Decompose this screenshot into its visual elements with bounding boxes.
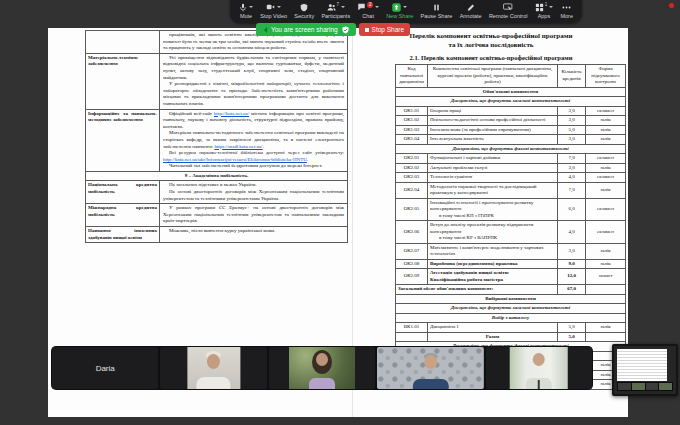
table-cell: 4,0	[558, 173, 586, 183]
table-cell: ОК2.06	[396, 221, 428, 244]
table-cell: ОК2.09	[396, 269, 428, 285]
document-text: Читальний зал забезпечений бездротовим д…	[169, 163, 323, 168]
table-cell: ОК1.04	[396, 135, 428, 145]
table-cell: 4,0	[558, 221, 586, 244]
column-header: Код навчальної дисципліни	[396, 65, 428, 88]
table-row: Загальний обсяг обов'язкових компонент:6…	[396, 285, 626, 295]
apps-icon	[535, 3, 544, 12]
toolbar-apps-button[interactable]: 1Apps	[535, 3, 554, 20]
row-content-cell: Можливе, після вивчення курсу українсько…	[160, 227, 347, 242]
table-cell: Охорона праці	[428, 106, 558, 116]
toolbar-annotate-button[interactable]: Annotate	[460, 3, 482, 20]
table-row: ОК2.02Актуальні проблеми галузі3,0залік	[396, 163, 626, 173]
collapse-banner-icon[interactable]	[261, 27, 267, 33]
participant-tile[interactable]	[160, 347, 266, 389]
document-link[interactable]: http://knta.net.ua/ukr/Informacijni-resu…	[163, 157, 307, 162]
table-row: Дисципліни, що формують загальні компете…	[396, 304, 626, 314]
chevron-down-icon[interactable]	[249, 6, 253, 10]
toolbar-mute-button[interactable]: Mute	[239, 3, 253, 20]
toolbar-participants-button[interactable]: 7Participants	[321, 3, 350, 20]
chevron-down-icon[interactable]	[341, 6, 345, 10]
table-row: Національна кредитна мобільністьНа загал…	[86, 181, 347, 204]
toolbar-remote-control-button[interactable]: Remote Control	[489, 3, 528, 20]
toolbar-stop-video-button[interactable]: Stop Video	[260, 3, 287, 20]
mini-document	[617, 349, 667, 381]
table-cell: екзамен	[586, 106, 626, 116]
document-link[interactable]: http://knta.net.ua/	[214, 111, 249, 116]
toolbar-label: Mute	[240, 14, 252, 20]
share-icon	[392, 3, 401, 12]
shield-icon	[300, 3, 308, 12]
table-cell: 7,0	[558, 182, 586, 198]
document-text: На загальних підставах в межах України.	[169, 182, 257, 187]
toolbar-new-share-button[interactable]: New Share	[386, 3, 413, 20]
document-text: Всі ресурси науково-технічної бібліотеки…	[169, 150, 344, 155]
table-row: Навчання іноземних здобувачів вищої осві…	[86, 227, 347, 242]
table-cell: залік	[586, 323, 626, 333]
table-cell: ОК2.03	[396, 173, 428, 183]
table-row: Дисципліни, що формують загальні компете…	[396, 97, 626, 107]
toolbar-label: Stop Video	[260, 14, 287, 20]
table-row: Обов'язкові компоненти	[396, 87, 626, 97]
table-cell: залік	[586, 125, 626, 135]
table-row: ОК2.05Інноваційні технології і прогнозув…	[396, 198, 626, 221]
participant-tile[interactable]	[269, 347, 375, 389]
left-page-table: працівників, які мають освітню кваліфіка…	[85, 30, 348, 243]
table-cell: ВК1.01	[396, 323, 428, 333]
table-row: ОК1.03Іноземна мова (за професійним спря…	[396, 125, 626, 135]
meeting-toolbar: MuteStop VideoSecurity7Participants2Chat…	[230, 0, 582, 23]
table-cell: 5,0	[558, 332, 586, 342]
participants-count-badge: 7	[337, 3, 340, 8]
table-cell: 3,0	[558, 106, 586, 116]
toolbar-label: Annotate	[460, 14, 482, 20]
title-line-2: та їх логічна послідовність	[353, 41, 628, 50]
table-cell: екзамен	[586, 221, 626, 244]
participant-tile-daria[interactable]: Daria	[52, 347, 158, 389]
row-label-cell	[86, 31, 160, 53]
table-cell: 12,0	[558, 269, 586, 285]
chevron-down-icon[interactable]	[375, 6, 379, 10]
table-cell: екзамен	[586, 173, 626, 183]
document-link[interactable]: https://msdl.knta.net.ua/	[214, 144, 262, 149]
table-row: ВК1.01Дисципліна 15,0залік	[396, 323, 626, 333]
table-cell: 67,0	[558, 285, 586, 295]
participant-tile[interactable]	[377, 347, 483, 389]
row-label-cell: Міжнародна кредитна мобільність	[86, 204, 160, 226]
pencil-icon	[467, 3, 475, 12]
chevron-down-icon[interactable]	[403, 6, 407, 10]
toolbar-security-button[interactable]: Security	[294, 3, 314, 20]
toolbar-more-button[interactable]: More	[560, 3, 573, 20]
chevron-down-icon[interactable]	[277, 6, 281, 10]
share-preview-window[interactable]	[612, 344, 678, 396]
stop-icon	[365, 28, 369, 32]
table-cell	[396, 332, 428, 342]
table-cell: ОК2.05	[396, 198, 428, 221]
table-cell: ОК2.08	[396, 259, 428, 269]
components-table: Код навчальної дисципліниКомпоненти осві…	[395, 64, 626, 390]
table-cell: Вступ до аналізу проектів розвитку підпр…	[428, 221, 558, 244]
table-row: Інформаційне та навчально-методичне забе…	[86, 110, 347, 172]
participant-tile[interactable]	[486, 347, 592, 389]
row-content-cell: На загальних підставах в межах України.Н…	[160, 181, 347, 203]
chevron-down-icon[interactable]	[549, 6, 553, 10]
more-icon	[562, 3, 571, 12]
table-cell: Вибір з каталогу	[396, 313, 626, 323]
table-cell: Актуальні проблеми галузі	[428, 163, 558, 173]
participant-video	[510, 347, 569, 389]
table-cell: ОК1.01	[396, 106, 428, 116]
sharing-status-pill: You are screen sharing	[256, 23, 356, 36]
table-cell: Атестація здобувачів вищої освіти:Кваліф…	[428, 269, 558, 285]
participant-video	[377, 347, 483, 389]
table-cell: Функціональні і харчові добавки	[428, 154, 558, 164]
toolbar-pause-share-button[interactable]: Pause Share	[421, 3, 453, 20]
table-row: ОК1.04Інтелектуальна власність3,0залік	[396, 135, 626, 145]
toolbar-label: Chat	[362, 14, 374, 20]
table-cell: 7,0	[558, 154, 586, 164]
participants-filmstrip: Daria	[51, 346, 593, 390]
document-text: .	[307, 157, 308, 162]
table-cell: Психолого-педагогічні основи професійної…	[428, 116, 558, 126]
table-cell: Технологія сушіння	[428, 173, 558, 183]
toolbar-chat-button[interactable]: 2Chat	[357, 3, 379, 20]
stop-share-button[interactable]: Stop Share	[359, 23, 411, 36]
table-row: Матеріально-технічне забезпеченняУсі при…	[86, 54, 347, 110]
